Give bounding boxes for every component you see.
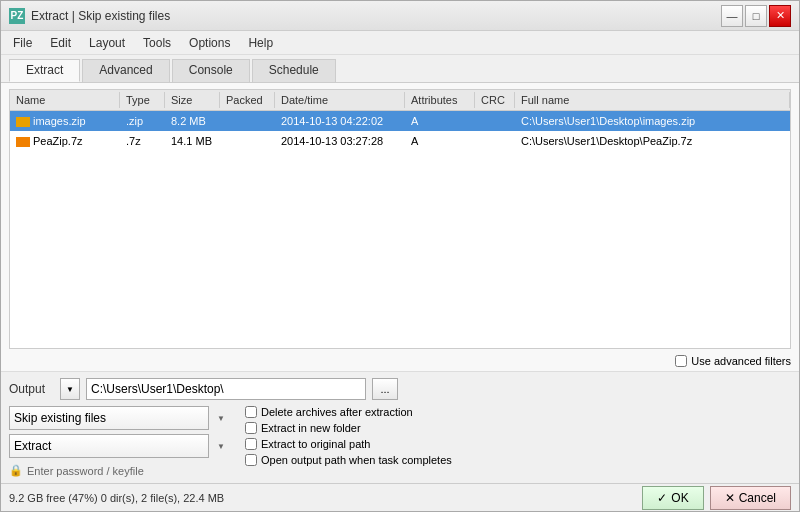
password-row: 🔒 Enter password / keyfile	[9, 464, 229, 477]
new-folder-label[interactable]: Extract in new folder	[245, 422, 452, 434]
file-attributes: A	[405, 133, 475, 149]
menu-edit[interactable]: Edit	[42, 34, 79, 52]
file-fullname: C:\Users\User1\Desktop\PeaZip.7z	[515, 133, 790, 149]
col-header-type[interactable]: Type	[120, 92, 165, 108]
file-size: 14.1 MB	[165, 133, 220, 149]
tabs-bar: Extract Advanced Console Schedule	[1, 55, 799, 83]
file-datetime: 2014-10-13 04:22:02	[275, 113, 405, 129]
menu-file[interactable]: File	[5, 34, 40, 52]
app-icon: PZ	[9, 8, 25, 24]
file-datetime: 2014-10-13 03:27:28	[275, 133, 405, 149]
file-packed	[220, 119, 275, 123]
menu-bar: File Edit Layout Tools Options Help	[1, 31, 799, 55]
tab-extract[interactable]: Extract	[9, 59, 80, 82]
right-options: Delete archives after extraction Extract…	[245, 406, 452, 466]
action-buttons: ✓ OK ✕ Cancel	[642, 486, 791, 510]
col-header-fullname[interactable]: Full name	[515, 92, 790, 108]
delete-after-text: Delete archives after extraction	[261, 406, 413, 418]
browse-button[interactable]: ...	[372, 378, 398, 400]
table-row[interactable]: images.zip .zip 8.2 MB 2014-10-13 04:22:…	[10, 111, 790, 131]
new-folder-text: Extract in new folder	[261, 422, 361, 434]
zip-icon	[16, 117, 30, 127]
file-fullname: C:\Users\User1\Desktop\images.zip	[515, 113, 790, 129]
left-options: Skip existing files Overwrite existing f…	[9, 406, 229, 477]
action-select[interactable]: Extract Extract and open Test List	[9, 434, 209, 458]
main-window: PZ Extract | Skip existing files — □ ✕ F…	[0, 0, 800, 512]
lock-icon: 🔒	[9, 464, 23, 477]
col-header-datetime[interactable]: Date/time	[275, 92, 405, 108]
col-header-attributes[interactable]: Attributes	[405, 92, 475, 108]
output-row: Output ▼ ...	[9, 378, 791, 400]
output-dropdown-button[interactable]: ▼	[60, 378, 80, 400]
col-header-crc[interactable]: CRC	[475, 92, 515, 108]
file-name: PeaZip.7z	[10, 133, 120, 149]
advanced-filters-label[interactable]: Use advanced filters	[675, 355, 791, 367]
ok-label: OK	[671, 491, 688, 505]
cancel-button[interactable]: ✕ Cancel	[710, 486, 791, 510]
col-header-packed[interactable]: Packed	[220, 92, 275, 108]
advanced-filters-row: Use advanced filters	[1, 353, 799, 371]
advanced-filters-checkbox[interactable]	[675, 355, 687, 367]
original-path-label[interactable]: Extract to original path	[245, 438, 452, 450]
original-path-checkbox[interactable]	[245, 438, 257, 450]
options-row: Skip existing files Overwrite existing f…	[9, 406, 791, 477]
original-path-text: Extract to original path	[261, 438, 370, 450]
menu-tools[interactable]: Tools	[135, 34, 179, 52]
bottom-options: Output ▼ ... Skip existing files Overwri…	[1, 371, 799, 483]
tab-console[interactable]: Console	[172, 59, 250, 82]
file-type: .7z	[120, 133, 165, 149]
content-area: Name Type Size Packed Date/time Attribut…	[1, 83, 799, 483]
file-type: .zip	[120, 113, 165, 129]
open-output-label[interactable]: Open output path when task completes	[245, 454, 452, 466]
cancel-icon: ✕	[725, 491, 735, 505]
file-crc	[475, 139, 515, 143]
open-output-text: Open output path when task completes	[261, 454, 452, 466]
delete-after-checkbox[interactable]	[245, 406, 257, 418]
ok-icon: ✓	[657, 491, 667, 505]
title-buttons: — □ ✕	[721, 5, 791, 27]
open-output-checkbox[interactable]	[245, 454, 257, 466]
output-path-input[interactable]	[86, 378, 366, 400]
file-crc	[475, 119, 515, 123]
delete-after-label[interactable]: Delete archives after extraction	[245, 406, 452, 418]
status-bar: 9.2 GB free (47%) 0 dir(s), 2 file(s), 2…	[1, 483, 799, 511]
menu-help[interactable]: Help	[240, 34, 281, 52]
advanced-filters-text: Use advanced filters	[691, 355, 791, 367]
table-row[interactable]: PeaZip.7z .7z 14.1 MB 2014-10-13 03:27:2…	[10, 131, 790, 151]
file-name: images.zip	[10, 113, 120, 129]
mode-select[interactable]: Skip existing files Overwrite existing f…	[9, 406, 209, 430]
menu-options[interactable]: Options	[181, 34, 238, 52]
mode-select-wrapper: Skip existing files Overwrite existing f…	[9, 406, 229, 430]
sevenz-icon	[16, 137, 30, 147]
title-bar: PZ Extract | Skip existing files — □ ✕	[1, 1, 799, 31]
password-link[interactable]: Enter password / keyfile	[27, 465, 144, 477]
menu-layout[interactable]: Layout	[81, 34, 133, 52]
close-button[interactable]: ✕	[769, 5, 791, 27]
cancel-label: Cancel	[739, 491, 776, 505]
window-title: Extract | Skip existing files	[31, 9, 170, 23]
col-header-name[interactable]: Name	[10, 92, 120, 108]
action-select-wrapper: Extract Extract and open Test List	[9, 434, 229, 458]
output-label: Output	[9, 382, 54, 396]
file-size: 8.2 MB	[165, 113, 220, 129]
minimize-button[interactable]: —	[721, 5, 743, 27]
new-folder-checkbox[interactable]	[245, 422, 257, 434]
file-attributes: A	[405, 113, 475, 129]
tab-advanced[interactable]: Advanced	[82, 59, 169, 82]
ok-button[interactable]: ✓ OK	[642, 486, 703, 510]
file-packed	[220, 139, 275, 143]
tab-schedule[interactable]: Schedule	[252, 59, 336, 82]
status-text: 9.2 GB free (47%) 0 dir(s), 2 file(s), 2…	[9, 492, 224, 504]
title-bar-left: PZ Extract | Skip existing files	[9, 8, 170, 24]
file-list-header: Name Type Size Packed Date/time Attribut…	[10, 90, 790, 111]
maximize-button[interactable]: □	[745, 5, 767, 27]
col-header-size[interactable]: Size	[165, 92, 220, 108]
file-list-container: Name Type Size Packed Date/time Attribut…	[9, 89, 791, 349]
